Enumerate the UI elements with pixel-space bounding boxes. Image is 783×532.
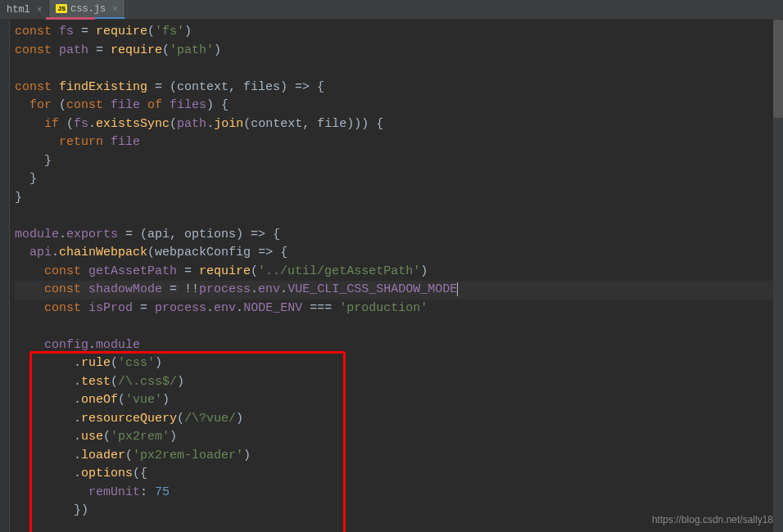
code-line: module.exports = (api, options) => {: [15, 226, 783, 245]
code-line: api.chainWebpack(webpackConfig => {: [15, 244, 783, 263]
code-line: const findExisting = (context, files) =>…: [15, 79, 783, 97]
code-line: .use('px2rem'): [15, 428, 783, 447]
code-line: const fs = require('fs'): [15, 23, 783, 42]
gutter: [0, 20, 10, 532]
scrollbar-thumb[interactable]: [773, 20, 783, 118]
tab-html[interactable]: html ×: [0, 0, 49, 19]
code-line: .options({: [15, 465, 783, 484]
text-caret: [457, 282, 458, 296]
code-line: [15, 318, 783, 336]
code-line: config.module: [15, 336, 783, 355]
vertical-scrollbar[interactable]: [773, 20, 783, 532]
code-line: .loader('px2rem-loader'): [15, 447, 783, 466]
code-line: }: [15, 189, 783, 208]
code-line: if (fs.existsSync(path.join(context, fil…: [15, 115, 783, 134]
code-line-active: const shadowMode = !!process.env.VUE_CLI…: [15, 281, 783, 300]
code-line: [15, 60, 783, 79]
code-line: .rule('css'): [15, 354, 783, 373]
code-line: const isProd = process.env.NODE_ENV === …: [15, 300, 783, 318]
code-line: remUnit: 75: [15, 484, 783, 503]
code-line: [15, 207, 783, 226]
close-icon[interactable]: ×: [112, 4, 118, 14]
code-line: .test(/\.css$/): [15, 373, 783, 392]
js-file-icon: JS: [56, 4, 67, 13]
code-line: return file: [15, 133, 783, 152]
watermark-text: https://blog.csdn.net/sally18: [652, 514, 773, 525]
tab-label: css.js: [70, 3, 106, 15]
editor-tabs: html × JS css.js ×: [0, 0, 783, 20]
tab-label: html: [7, 4, 30, 16]
code-line: }: [15, 170, 783, 189]
close-icon[interactable]: ×: [37, 5, 43, 15]
code-line: for (const file of files) {: [15, 97, 783, 115]
code-line: const getAssetPath = require('../util/ge…: [15, 263, 783, 282]
code-line: .resourceQuery(/\?vue/): [15, 410, 783, 429]
code-line: .oneOf('vue'): [15, 391, 783, 410]
code-line: }: [15, 152, 783, 171]
code-line: const path = require('path'): [15, 42, 783, 61]
code-content[interactable]: const fs = require('fs') const path = re…: [10, 20, 783, 532]
tab-cssjs[interactable]: JS css.js ×: [49, 0, 124, 19]
code-editor[interactable]: const fs = require('fs') const path = re…: [0, 20, 783, 532]
